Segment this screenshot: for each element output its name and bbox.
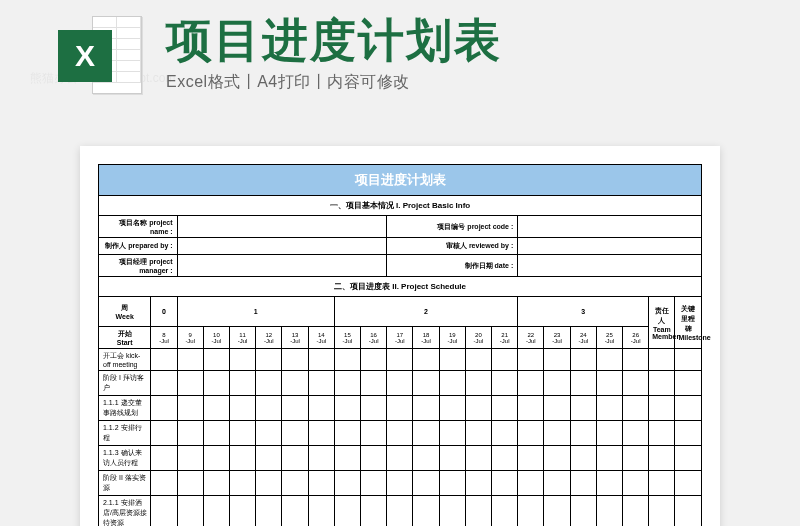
- gantt-cell: [361, 446, 387, 471]
- gantt-cell: [282, 371, 308, 396]
- team-cell: [649, 496, 675, 527]
- gantt-cell: [230, 396, 256, 421]
- week-1: 1: [177, 297, 334, 327]
- gantt-cell: [387, 471, 413, 496]
- gantt-cell: [492, 421, 518, 446]
- date-cell: 13 -Jul: [282, 327, 308, 349]
- date-cell: 20 -Jul: [465, 327, 491, 349]
- task-name: 1.1.1 递交董事路线规划: [99, 396, 151, 421]
- gantt-cell: [465, 349, 491, 371]
- gantt-cell: [413, 371, 439, 396]
- gantt-cell: [596, 496, 622, 527]
- gantt-cell: [151, 349, 177, 371]
- milestone-cell: [675, 421, 702, 446]
- gantt-cell: [177, 446, 203, 471]
- task-name: 1.1.3 确认来访人员行程: [99, 446, 151, 471]
- gantt-cell: [230, 446, 256, 471]
- gantt-cell: [334, 471, 360, 496]
- gantt-cell: [151, 471, 177, 496]
- gantt-cell: [230, 496, 256, 527]
- team-cell: [649, 396, 675, 421]
- team-cell: [649, 471, 675, 496]
- gantt-cell: [361, 496, 387, 527]
- excel-icon-letter: X: [75, 39, 95, 73]
- team-cell: [649, 446, 675, 471]
- gantt-cell: [596, 371, 622, 396]
- spreadsheet-preview: 项目进度计划表 一、项目基本情况 I. Project Basic Info 项…: [80, 146, 720, 526]
- page-subtitle: Excel格式丨A4打印丨内容可修改: [166, 72, 502, 93]
- gantt-cell: [334, 349, 360, 371]
- task-name: 阶段 I 拜访客户: [99, 371, 151, 396]
- gantt-cell: [203, 349, 229, 371]
- week-label: 周 Week: [99, 297, 151, 327]
- gantt-cell: [492, 496, 518, 527]
- info-value: [177, 255, 387, 277]
- gantt-cell: [439, 471, 465, 496]
- gantt-cell: [177, 371, 203, 396]
- section-1-header: 一、项目基本情况 I. Project Basic Info: [99, 196, 702, 216]
- gantt-cell: [282, 471, 308, 496]
- gantt-cell: [518, 396, 544, 421]
- gantt-cell: [308, 446, 334, 471]
- gantt-cell: [387, 349, 413, 371]
- gantt-cell: [203, 471, 229, 496]
- gantt-cell: [465, 371, 491, 396]
- week-0: 0: [151, 297, 177, 327]
- info-value: [177, 238, 387, 255]
- week-2: 2: [334, 297, 517, 327]
- gantt-cell: [177, 496, 203, 527]
- gantt-cell: [596, 396, 622, 421]
- gantt-cell: [334, 371, 360, 396]
- gantt-cell: [465, 496, 491, 527]
- gantt-cell: [413, 421, 439, 446]
- gantt-cell: [465, 396, 491, 421]
- gantt-cell: [361, 349, 387, 371]
- gantt-cell: [439, 371, 465, 396]
- gantt-cell: [230, 471, 256, 496]
- date-cell: 23 -Jul: [544, 327, 570, 349]
- gantt-cell: [256, 446, 282, 471]
- gantt-cell: [544, 471, 570, 496]
- milestone-cell: [675, 396, 702, 421]
- info-label: 项目名称 project name :: [99, 216, 178, 238]
- page-header: X 项目进度计划表 Excel格式丨A4打印丨内容可修改: [58, 16, 760, 94]
- milestone-cell: [675, 349, 702, 371]
- gantt-cell: [570, 496, 596, 527]
- gantt-cell: [413, 446, 439, 471]
- gantt-cell: [570, 471, 596, 496]
- milestone-cell: [675, 471, 702, 496]
- gantt-cell: [439, 396, 465, 421]
- gantt-cell: [334, 446, 360, 471]
- info-label: 制作日期 date :: [387, 255, 518, 277]
- gantt-cell: [361, 371, 387, 396]
- sheet-title: 项目进度计划表: [99, 165, 702, 196]
- gantt-cell: [282, 396, 308, 421]
- gantt-cell: [596, 349, 622, 371]
- gantt-cell: [151, 446, 177, 471]
- gantt-cell: [623, 496, 649, 527]
- gantt-cell: [518, 496, 544, 527]
- gantt-cell: [518, 349, 544, 371]
- date-cell: 17 -Jul: [387, 327, 413, 349]
- date-cell: 12 -Jul: [256, 327, 282, 349]
- gantt-cell: [203, 371, 229, 396]
- gantt-cell: [492, 471, 518, 496]
- gantt-cell: [465, 471, 491, 496]
- gantt-cell: [151, 421, 177, 446]
- gantt-cell: [203, 396, 229, 421]
- info-label: 项目经理 project manager :: [99, 255, 178, 277]
- gantt-cell: [596, 421, 622, 446]
- gantt-cell: [623, 396, 649, 421]
- gantt-cell: [623, 446, 649, 471]
- date-cell: 14 -Jul: [308, 327, 334, 349]
- gantt-cell: [177, 349, 203, 371]
- info-label: 审核人 reviewed by :: [387, 238, 518, 255]
- gantt-cell: [544, 421, 570, 446]
- gantt-cell: [361, 421, 387, 446]
- team-cell: [649, 421, 675, 446]
- gantt-cell: [230, 371, 256, 396]
- gantt-cell: [465, 421, 491, 446]
- start-label: 开始 Start: [99, 327, 151, 349]
- gantt-cell: [361, 471, 387, 496]
- gantt-cell: [203, 446, 229, 471]
